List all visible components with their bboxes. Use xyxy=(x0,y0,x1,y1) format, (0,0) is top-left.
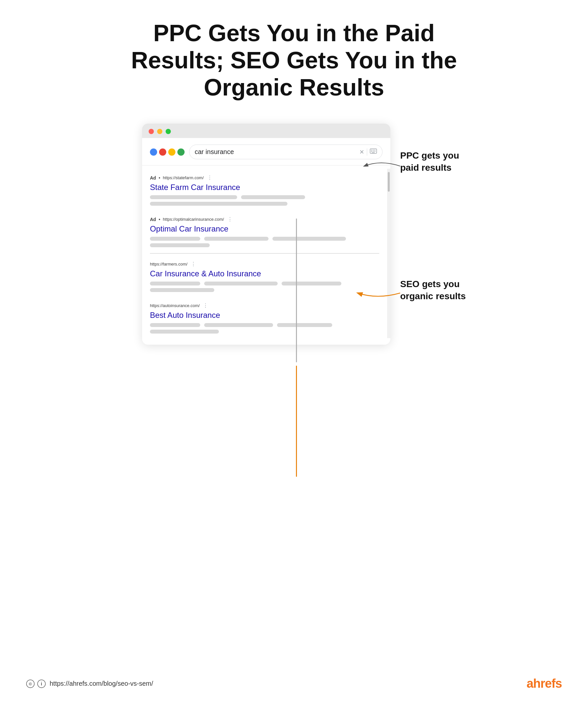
info-icon: i xyxy=(37,679,46,688)
result-line xyxy=(204,237,268,241)
result-line xyxy=(150,195,237,199)
results-area: Ad • https://statefarm.com/ ⋮ State Farm… xyxy=(142,165,390,345)
svg-rect-7 xyxy=(372,153,375,153)
google-dot-yellow xyxy=(168,148,175,156)
google-dot-blue xyxy=(150,148,157,156)
google-dot-red xyxy=(159,148,166,156)
result-line xyxy=(150,243,210,247)
meta-dot-2: • xyxy=(159,217,160,222)
search-query-text: car insurance xyxy=(195,148,234,156)
result-menu-1: ⋮ xyxy=(207,175,212,181)
browser-window: car insurance ✕ xyxy=(142,124,390,345)
result-title-1[interactable]: State Farm Car Insurance xyxy=(150,183,379,192)
svg-rect-4 xyxy=(371,151,372,152)
annotations: PPC gets you paid results SEO gets you o… xyxy=(400,124,472,302)
seo-annotation-text: SEO gets you organic results xyxy=(400,278,472,302)
organic-result-2: https://autoinsurance.com/ ⋮ Best Auto I… xyxy=(150,297,379,338)
result-url-3: https://farmers.com/ xyxy=(150,262,187,267)
footer: © i https://ahrefs.com/blog/seo-vs-sem/ … xyxy=(26,660,562,694)
search-divider xyxy=(367,148,367,156)
footer-url-text: https://ahrefs.com/blog/seo-vs-sem/ xyxy=(50,680,153,687)
creative-commons-icon: © xyxy=(26,679,35,688)
results-list: Ad • https://statefarm.com/ ⋮ State Farm… xyxy=(142,169,387,338)
result-line xyxy=(150,281,200,285)
footer-left: © i https://ahrefs.com/blog/seo-vs-sem/ xyxy=(26,679,153,688)
result-line xyxy=(204,281,278,285)
diagram-area: car insurance ✕ xyxy=(26,124,562,345)
meta-dot-1: • xyxy=(159,175,160,180)
paid-result-1: Ad • https://statefarm.com/ ⋮ State Farm… xyxy=(150,169,379,210)
result-title-3[interactable]: Car Insurance & Auto Insurance xyxy=(150,269,379,278)
result-meta-1: Ad • https://statefarm.com/ ⋮ xyxy=(150,175,379,181)
organic-indicator-line xyxy=(296,366,297,477)
result-line xyxy=(150,237,200,241)
result-title-4[interactable]: Best Auto Insurance xyxy=(150,311,379,320)
result-url-4: https://autoinsurance.com/ xyxy=(150,303,199,308)
svg-rect-5 xyxy=(373,151,374,152)
result-line xyxy=(150,202,288,206)
maximize-dot xyxy=(166,129,171,134)
close-dot xyxy=(149,129,154,134)
ppc-annotation: PPC gets you paid results xyxy=(400,150,472,174)
ppc-annotation-text: PPC gets you paid results xyxy=(400,150,472,174)
result-line xyxy=(150,330,219,334)
result-lines-4 xyxy=(150,323,379,334)
result-line xyxy=(241,195,305,199)
result-menu-3: ⋮ xyxy=(191,261,196,267)
result-lines-3 xyxy=(150,281,379,292)
paid-result-2: Ad • https://optimalcarinsurance.com/ ⋮ … xyxy=(150,210,379,252)
result-meta-2: Ad • https://optimalcarinsurance.com/ ⋮ xyxy=(150,216,379,222)
result-meta-4: https://autoinsurance.com/ ⋮ xyxy=(150,302,379,309)
browser-content: car insurance ✕ xyxy=(142,138,390,345)
svg-text:©: © xyxy=(29,681,32,686)
scrollbar[interactable] xyxy=(387,169,390,338)
seo-arrow-icon xyxy=(355,281,403,304)
ad-label-2: Ad xyxy=(150,217,156,222)
result-lines-2 xyxy=(150,237,379,247)
result-menu-2: ⋮ xyxy=(227,216,232,222)
result-line xyxy=(282,281,341,285)
keyboard-icon xyxy=(370,148,377,155)
paid-organic-separator xyxy=(150,253,379,254)
result-line xyxy=(150,288,214,292)
result-menu-4: ⋮ xyxy=(203,302,208,309)
svg-rect-6 xyxy=(374,151,375,152)
result-line xyxy=(277,323,332,327)
search-input-box[interactable]: car insurance ✕ xyxy=(189,144,382,159)
ahrefs-logo: ahrefs xyxy=(526,677,562,691)
svg-rect-1 xyxy=(371,150,372,150)
search-input-icons: ✕ xyxy=(359,148,377,156)
result-url-2: https://optimalcarinsurance.com/ xyxy=(163,217,224,222)
page-title: PPC Gets You in the Paid Results; SEO Ge… xyxy=(114,20,474,101)
result-meta-3: https://farmers.com/ ⋮ xyxy=(150,261,379,267)
organic-result-1: https://farmers.com/ ⋮ Car Insurance & A… xyxy=(150,255,379,297)
footer-license-icons: © i xyxy=(26,679,46,688)
result-url-1: https://statefarm.com/ xyxy=(163,175,204,180)
clear-icon: ✕ xyxy=(359,148,364,156)
ad-label-1: Ad xyxy=(150,175,156,180)
google-logo xyxy=(150,148,185,156)
result-lines-1 xyxy=(150,195,379,206)
google-dot-green xyxy=(177,148,185,156)
ppc-arrow-icon xyxy=(361,156,403,176)
minimize-dot xyxy=(157,129,162,134)
svg-text:i: i xyxy=(41,681,42,686)
svg-rect-2 xyxy=(373,150,374,150)
result-line xyxy=(272,237,346,241)
result-title-2[interactable]: Optimal Car Insurance xyxy=(150,224,379,234)
svg-rect-3 xyxy=(374,150,375,150)
result-line xyxy=(150,323,200,327)
result-line xyxy=(204,323,273,327)
search-bar-row: car insurance ✕ xyxy=(142,138,390,165)
seo-annotation: SEO gets you organic results xyxy=(400,278,472,302)
browser-titlebar xyxy=(142,124,390,138)
paid-indicator-line xyxy=(296,218,297,362)
